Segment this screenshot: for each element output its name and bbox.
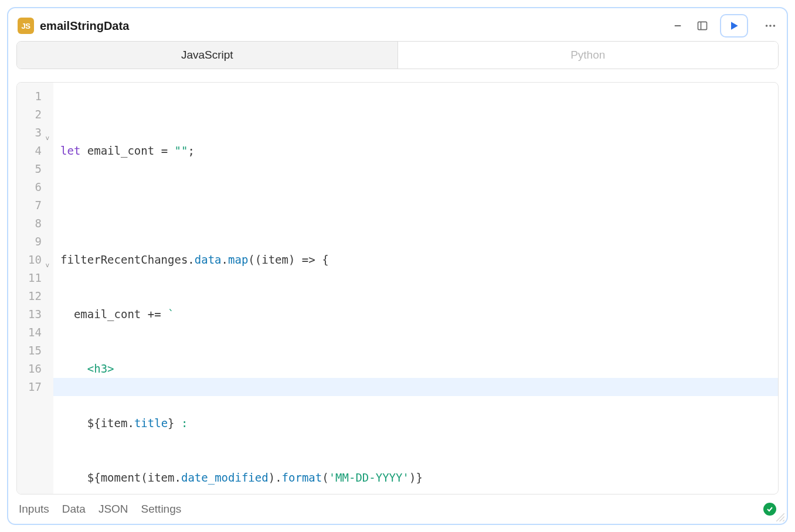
footer-tab-inputs[interactable]: Inputs bbox=[19, 503, 49, 516]
line-number-gutter: 1 2 3v 4 5 6 7 8 9 10v 11 12 13 14 15 16… bbox=[17, 83, 53, 494]
js-badge-icon: JS bbox=[18, 18, 34, 34]
code-area[interactable]: let email_cont = ""; filterRecentChanges… bbox=[53, 83, 778, 494]
footer-tab-settings[interactable]: Settings bbox=[141, 503, 182, 516]
active-line-highlight bbox=[53, 378, 778, 396]
footer-tab-data[interactable]: Data bbox=[62, 503, 86, 516]
footer-tabs: Inputs Data JSON Settings bbox=[8, 495, 787, 524]
status-ok-icon bbox=[763, 503, 776, 516]
code-panel: JS emailStringData JavaScript Python 1 bbox=[7, 7, 788, 525]
tab-javascript[interactable]: JavaScript bbox=[17, 42, 398, 69]
resize-handle-icon[interactable] bbox=[776, 513, 784, 521]
title-actions bbox=[671, 14, 777, 37]
panel-title: emailStringData bbox=[40, 19, 129, 33]
tab-python[interactable]: Python bbox=[398, 42, 779, 69]
svg-point-4 bbox=[766, 25, 768, 27]
footer-tab-json[interactable]: JSON bbox=[98, 503, 128, 516]
titlebar: JS emailStringData bbox=[8, 8, 787, 41]
svg-point-5 bbox=[769, 25, 772, 27]
svg-marker-3 bbox=[731, 22, 738, 29]
layout-panel-icon[interactable] bbox=[695, 19, 709, 33]
svg-line-9 bbox=[783, 520, 784, 521]
svg-point-6 bbox=[773, 25, 776, 27]
run-button[interactable] bbox=[720, 14, 748, 37]
code-editor[interactable]: 1 2 3v 4 5 6 7 8 9 10v 11 12 13 14 15 16… bbox=[16, 82, 779, 495]
more-menu-button[interactable] bbox=[763, 19, 777, 33]
svg-rect-1 bbox=[698, 22, 707, 29]
minimize-button[interactable] bbox=[671, 19, 685, 33]
language-tabs: JavaScript Python bbox=[8, 41, 787, 69]
